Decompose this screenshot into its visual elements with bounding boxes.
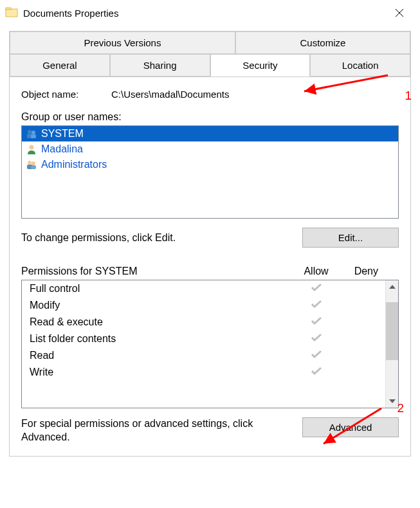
tab-content-security: 1 Object name: C:\Users\madal\Documents … xyxy=(9,77,411,457)
permission-row: Modify xyxy=(22,297,385,314)
user-icon xyxy=(26,143,37,155)
tab-customize[interactable]: Customize xyxy=(235,32,410,54)
permission-name: List folder contents xyxy=(30,333,294,345)
svg-rect-8 xyxy=(31,134,36,138)
advanced-button[interactable]: Advanced xyxy=(302,417,399,437)
permission-name: Write xyxy=(30,367,294,378)
advanced-row: For special permissions or advanced sett… xyxy=(21,417,399,444)
allow-check-icon xyxy=(294,283,339,295)
tab-general[interactable]: General xyxy=(10,54,110,77)
titlebar-left: Documents Properties xyxy=(5,6,118,21)
svg-rect-13 xyxy=(31,165,36,169)
tab-row-2: General Sharing Security Location xyxy=(10,54,410,77)
permissions-for-prefix: Permissions for xyxy=(21,266,92,277)
annotation-1: 1 xyxy=(405,89,412,103)
permission-row: Write xyxy=(22,364,385,381)
permissions-for-label: Permissions for SYSTEM xyxy=(21,266,138,277)
user-item-administrators[interactable]: Administrators xyxy=(22,157,398,172)
permissions-for-name: SYSTEM xyxy=(95,266,138,277)
object-name-row: Object name: C:\Users\madal\Documents xyxy=(21,89,399,100)
permissions-list: Full control Modify Read & execute xyxy=(22,280,385,408)
permission-name: Modify xyxy=(30,300,294,311)
tab-sharing[interactable]: Sharing xyxy=(110,54,210,77)
allow-check-icon xyxy=(294,350,339,361)
window-title: Documents Properties xyxy=(23,8,118,19)
tab-security[interactable]: Security xyxy=(210,54,311,77)
permissions-header: Permissions for SYSTEM Allow Deny xyxy=(21,266,399,277)
users-icon xyxy=(26,159,37,170)
tab-previous-versions[interactable]: Previous Versions xyxy=(10,32,235,54)
edit-row: To change permissions, click Edit. Edit.… xyxy=(21,228,399,248)
permissions-scrollbar[interactable] xyxy=(385,280,398,408)
scroll-thumb[interactable] xyxy=(386,302,398,360)
svg-rect-1 xyxy=(6,8,11,10)
allow-check-icon xyxy=(294,333,339,345)
user-item-system[interactable]: SYSTEM xyxy=(22,126,398,141)
dialog-body: Previous Versions Customize General Shar… xyxy=(0,26,420,462)
edit-hint: To change permissions, click Edit. xyxy=(21,232,176,244)
deny-column-label: Deny xyxy=(354,266,378,277)
user-list[interactable]: SYSTEM Madalina Administrators xyxy=(21,125,399,219)
titlebar: Documents Properties xyxy=(0,0,420,26)
edit-button[interactable]: Edit... xyxy=(302,228,399,248)
user-item-label: Madalina xyxy=(41,143,83,155)
permission-row: Full control xyxy=(22,280,385,297)
permissions-columns: Allow Deny xyxy=(304,266,399,277)
scroll-track[interactable] xyxy=(386,360,398,395)
svg-point-11 xyxy=(32,161,35,165)
permission-row: Read xyxy=(22,347,385,364)
permission-row: List folder contents xyxy=(22,331,385,347)
tab-row-1: Previous Versions Customize xyxy=(10,32,410,54)
user-item-madalina[interactable]: Madalina xyxy=(22,141,398,157)
group-user-names-label: Group or user names: xyxy=(21,111,399,123)
allow-column-label: Allow xyxy=(304,266,328,277)
user-item-label: SYSTEM xyxy=(41,128,84,140)
svg-point-10 xyxy=(28,161,32,165)
close-icon xyxy=(395,8,404,17)
tabs-container: Previous Versions Customize General Shar… xyxy=(9,31,411,77)
advanced-hint: For special permissions or advanced sett… xyxy=(21,417,293,444)
svg-point-5 xyxy=(28,130,32,134)
permission-name: Read & execute xyxy=(30,316,294,328)
svg-point-9 xyxy=(30,145,34,150)
object-name-label: Object name: xyxy=(21,89,111,100)
permission-name: Full control xyxy=(30,283,294,295)
folder-icon xyxy=(5,6,18,21)
permission-row: Read & execute xyxy=(22,314,385,331)
svg-point-6 xyxy=(32,131,35,134)
svg-rect-0 xyxy=(6,9,17,17)
permission-name: Read xyxy=(30,350,294,361)
tab-location[interactable]: Location xyxy=(310,54,410,77)
permissions-box: Full control Modify Read & execute xyxy=(21,280,399,408)
allow-check-icon xyxy=(294,316,339,328)
users-icon xyxy=(26,128,37,140)
object-name-value: C:\Users\madal\Documents xyxy=(111,89,229,100)
close-button[interactable] xyxy=(387,3,412,23)
allow-check-icon xyxy=(294,367,339,378)
properties-dialog: Documents Properties Previous Versions C… xyxy=(0,0,420,508)
scroll-down-arrow-icon[interactable] xyxy=(386,395,398,408)
user-item-label: Administrators xyxy=(41,159,107,170)
allow-check-icon xyxy=(294,300,339,311)
scroll-up-arrow-icon[interactable] xyxy=(386,280,398,293)
